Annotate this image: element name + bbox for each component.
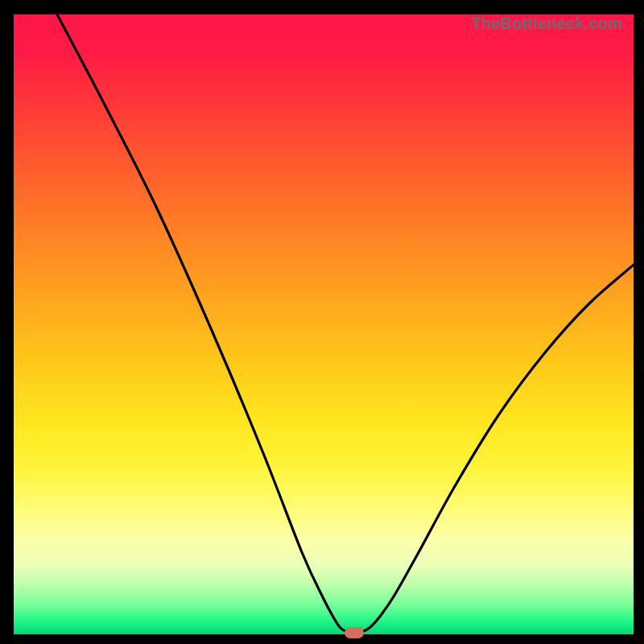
bottleneck-curve [14,14,634,634]
minimum-marker [345,627,364,638]
plot-area: TheBottleneck.com [14,14,634,634]
curve-path [57,14,634,633]
watermark-text: TheBottleneck.com [471,14,622,33]
chart-frame: TheBottleneck.com [0,0,644,644]
